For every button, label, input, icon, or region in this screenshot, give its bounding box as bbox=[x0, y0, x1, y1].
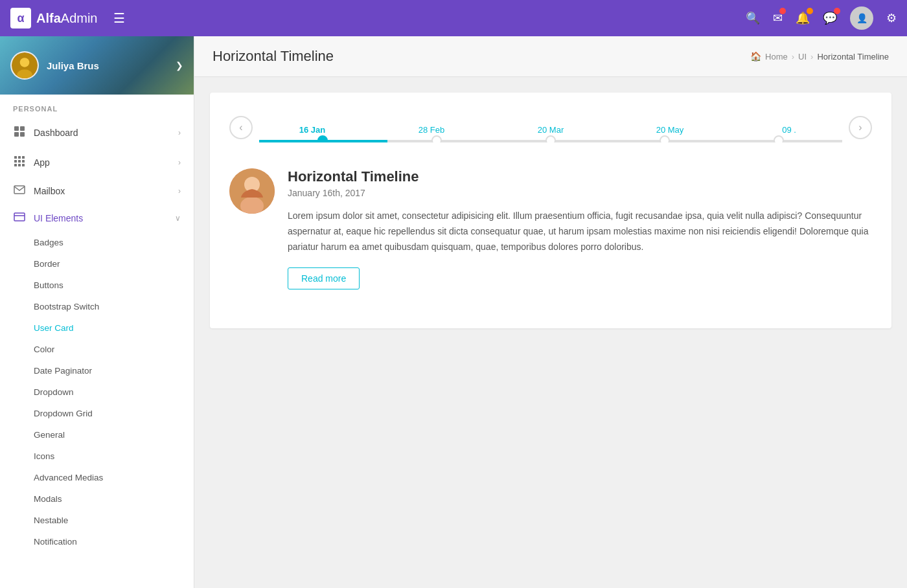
mailbox-icon bbox=[13, 185, 26, 197]
sidebar-label-ui-elements: UI Elements bbox=[34, 213, 167, 223]
svg-rect-16 bbox=[14, 186, 25, 194]
svg-rect-13 bbox=[14, 164, 17, 166]
chevron-right-icon: › bbox=[178, 158, 181, 167]
sidebar-user-name: Juliya Brus bbox=[47, 60, 168, 71]
sidebar-sub-item-dropdown[interactable]: Dropdown bbox=[0, 381, 194, 403]
sidebar-sub-item-user-card[interactable]: User Card bbox=[0, 317, 194, 339]
sidebar-sub-item-modals[interactable]: Modals bbox=[0, 488, 194, 510]
sidebar-item-dashboard[interactable]: Dashboard › bbox=[0, 118, 194, 148]
sidebar-sub-item-advanced-medias[interactable]: Advanced Medias bbox=[0, 467, 194, 488]
timeline-entry-title: Horizontal Timeline bbox=[288, 168, 872, 185]
timeline-entry-body: Lorem ipsum dolor sit amet, consectetur … bbox=[288, 209, 872, 254]
svg-rect-11 bbox=[18, 160, 21, 163]
timeline-prev-button[interactable]: ‹ bbox=[229, 116, 253, 139]
timeline-label-1[interactable]: 16 Jan bbox=[253, 125, 372, 135]
sidebar-user-avatar bbox=[10, 51, 39, 80]
timeline-card: ‹ 16 Jan 28 Feb 20 Mar 20 May 09 . bbox=[210, 93, 891, 328]
main-layout: Juliya Brus ❯ PERSONAL Dashboard › App ›… bbox=[0, 36, 907, 588]
user-avatar[interactable]: 👤 bbox=[850, 6, 873, 30]
topbar-logo: α AlfaAdmin bbox=[10, 8, 98, 28]
timeline-slider-wrapper: ‹ 16 Jan 28 Feb 20 Mar 20 May 09 . bbox=[229, 112, 872, 142]
timeline-entry: Horizontal Timeline January 16th, 2017 L… bbox=[229, 168, 872, 289]
sidebar: Juliya Brus ❯ PERSONAL Dashboard › App ›… bbox=[0, 36, 194, 588]
search-icon[interactable]: 🔍 bbox=[746, 11, 760, 25]
logo-icon: α bbox=[10, 8, 31, 28]
timeline-track bbox=[259, 140, 842, 142]
sidebar-sub-item-icons[interactable]: Icons bbox=[0, 446, 194, 467]
content-header: Horizontal Timeline 🏠 Home › UI › Horizo… bbox=[194, 36, 907, 77]
sidebar-sub-item-notification[interactable]: Notification bbox=[0, 531, 194, 552]
svg-rect-17 bbox=[14, 213, 25, 221]
chat-icon[interactable]: 💬 bbox=[823, 11, 837, 25]
breadcrumb-current: Horizontal Timeline bbox=[817, 52, 889, 62]
sidebar-item-app[interactable]: App › bbox=[0, 148, 194, 177]
timeline-dot-3[interactable] bbox=[545, 135, 556, 142]
chevron-right-icon: › bbox=[178, 187, 181, 196]
svg-rect-7 bbox=[14, 156, 17, 159]
sidebar-label-dashboard: Dashboard bbox=[34, 128, 170, 138]
timeline-entry-avatar bbox=[229, 168, 275, 214]
breadcrumb-separator: › bbox=[792, 52, 794, 62]
sidebar-chevron-icon: ❯ bbox=[176, 60, 183, 71]
timeline-next-button[interactable]: › bbox=[849, 116, 872, 139]
sidebar-sub-item-badges[interactable]: Badges bbox=[0, 232, 194, 253]
timeline-label-5[interactable]: 09 . bbox=[729, 125, 849, 135]
mail-badge bbox=[779, 8, 786, 14]
svg-rect-3 bbox=[14, 126, 19, 131]
ui-elements-icon bbox=[13, 212, 26, 224]
bell-badge bbox=[807, 8, 813, 14]
app-icon bbox=[13, 155, 26, 170]
topbar-right: 🔍 ✉ 🔔 💬 👤 ⚙ bbox=[746, 6, 897, 30]
content-body: ‹ 16 Jan 28 Feb 20 Mar 20 May 09 . bbox=[194, 77, 907, 588]
sidebar-user[interactable]: Juliya Brus ❯ bbox=[0, 36, 194, 95]
timeline-dots bbox=[266, 135, 836, 142]
home-icon: 🏠 bbox=[750, 51, 761, 62]
timeline-dot-4[interactable] bbox=[660, 135, 670, 142]
breadcrumb-parent-link[interactable]: UI bbox=[798, 52, 807, 62]
timeline-label-3[interactable]: 20 Mar bbox=[491, 125, 610, 135]
topbar-left: α AlfaAdmin ☰ bbox=[10, 8, 130, 28]
sidebar-item-mailbox[interactable]: Mailbox › bbox=[0, 177, 194, 205]
chevron-down-icon: ∨ bbox=[175, 214, 181, 223]
sidebar-label-app: App bbox=[34, 157, 170, 168]
timeline-label-4[interactable]: 20 May bbox=[610, 125, 729, 135]
svg-rect-9 bbox=[22, 156, 25, 159]
svg-rect-10 bbox=[14, 160, 17, 163]
content-area: Horizontal Timeline 🏠 Home › UI › Horizo… bbox=[194, 36, 907, 588]
svg-rect-14 bbox=[18, 164, 21, 166]
svg-rect-6 bbox=[20, 132, 25, 137]
sidebar-sub-item-bootstrap-switch[interactable]: Bootstrap Switch bbox=[0, 296, 194, 317]
sidebar-sub-item-date-paginator[interactable]: Date Paginator bbox=[0, 360, 194, 381]
timeline-label-2[interactable]: 28 Feb bbox=[372, 125, 491, 135]
bell-icon[interactable]: 🔔 bbox=[796, 11, 810, 25]
topbar: α AlfaAdmin ☰ 🔍 ✉ 🔔 💬 👤 ⚙ bbox=[0, 0, 907, 36]
breadcrumb: 🏠 Home › UI › Horizontal Timeline bbox=[750, 51, 889, 62]
breadcrumb-home-link[interactable]: Home bbox=[765, 52, 788, 62]
hamburger-button[interactable]: ☰ bbox=[108, 8, 130, 28]
svg-rect-15 bbox=[22, 164, 25, 166]
timeline-entry-content: Horizontal Timeline January 16th, 2017 L… bbox=[288, 168, 872, 289]
mail-icon[interactable]: ✉ bbox=[773, 11, 783, 25]
timeline-dot-2[interactable] bbox=[431, 135, 442, 142]
timeline-labels: 16 Jan 28 Feb 20 Mar 20 May 09 . bbox=[253, 125, 849, 135]
timeline-entry-date: January 16th, 2017 bbox=[288, 188, 872, 198]
settings-icon[interactable]: ⚙ bbox=[886, 11, 897, 25]
sidebar-sub-item-buttons[interactable]: Buttons bbox=[0, 275, 194, 296]
dashboard-icon bbox=[13, 126, 26, 140]
sidebar-sub-item-border[interactable]: Border bbox=[0, 253, 194, 275]
chat-badge bbox=[834, 8, 840, 14]
sidebar-sub-item-nestable[interactable]: Nestable bbox=[0, 510, 194, 531]
sidebar-item-ui-elements[interactable]: UI Elements ∨ bbox=[0, 205, 194, 232]
breadcrumb-separator-2: › bbox=[810, 52, 813, 62]
read-more-button[interactable]: Read more bbox=[288, 267, 360, 289]
timeline-dot-5[interactable] bbox=[774, 135, 784, 142]
timeline-dot-1[interactable] bbox=[317, 135, 328, 142]
sidebar-sub-item-general[interactable]: General bbox=[0, 424, 194, 446]
sidebar-sub-item-color[interactable]: Color bbox=[0, 339, 194, 360]
chevron-right-icon: › bbox=[178, 128, 181, 137]
sidebar-label-mailbox: Mailbox bbox=[34, 186, 170, 196]
logo-text: AlfaAdmin bbox=[36, 11, 98, 26]
sidebar-sub-item-dropdown-grid[interactable]: Dropdown Grid bbox=[0, 403, 194, 424]
timeline-track-wrapper: 16 Jan 28 Feb 20 Mar 20 May 09 . bbox=[253, 112, 849, 142]
page-title: Horizontal Timeline bbox=[212, 48, 334, 65]
